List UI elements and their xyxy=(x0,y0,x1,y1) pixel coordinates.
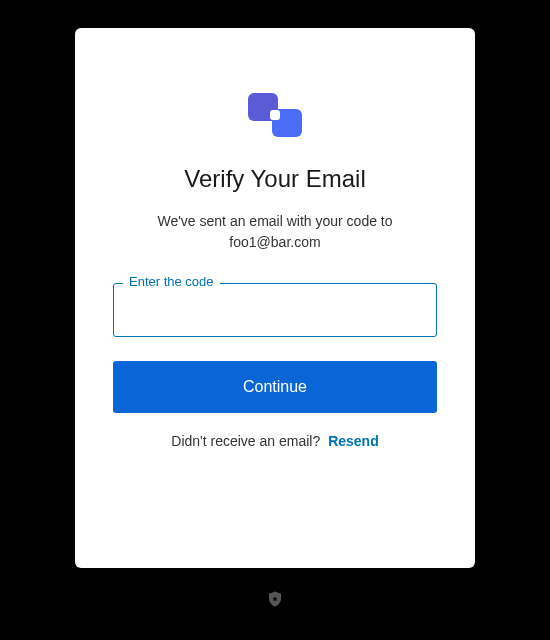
subtitle-line1: We've sent an email with your code to xyxy=(157,211,392,232)
verify-email-card: Verify Your Email We've sent an email wi… xyxy=(75,28,475,568)
code-field-wrap: Enter the code xyxy=(113,283,437,337)
subtitle: We've sent an email with your code to fo… xyxy=(157,211,392,253)
resend-prompt: Didn't receive an email? xyxy=(171,433,320,449)
resend-line: Didn't receive an email? Resend xyxy=(171,433,378,449)
resend-link[interactable]: Resend xyxy=(328,433,379,449)
continue-button[interactable]: Continue xyxy=(113,361,437,413)
code-input[interactable] xyxy=(113,283,437,337)
app-logo-icon xyxy=(248,93,302,137)
code-field-label: Enter the code xyxy=(123,274,220,289)
subtitle-email: foo1@bar.com xyxy=(157,232,392,253)
provider-badge-icon xyxy=(266,590,284,608)
page-title: Verify Your Email xyxy=(184,165,365,193)
